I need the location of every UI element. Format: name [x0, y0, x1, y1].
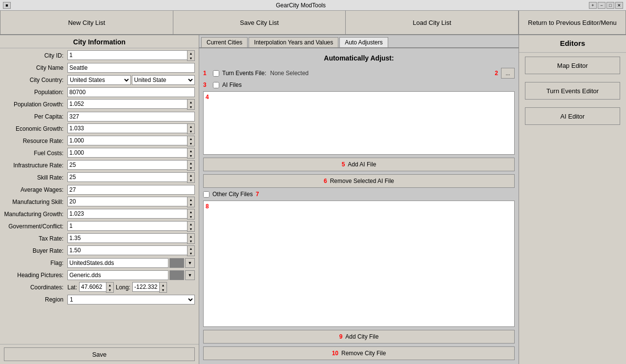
government-input[interactable] [67, 221, 187, 231]
tax-up[interactable]: ▲ [188, 234, 194, 239]
mfg-growth-down[interactable]: ▼ [188, 214, 194, 219]
skill-rate-up[interactable]: ▲ [188, 173, 194, 178]
city-info-form: City ID: ▲ ▼ City Name City Country: [0, 48, 199, 344]
infrastructure-down[interactable]: ▼ [188, 165, 194, 170]
per-capita-input[interactable] [67, 112, 195, 121]
population-input[interactable] [67, 87, 195, 97]
file-list-number: 4 [206, 94, 209, 101]
mfg-skill-down[interactable]: ▼ [188, 202, 194, 207]
lat-up[interactable]: ▲ [106, 283, 113, 287]
long-down[interactable]: ▼ [160, 287, 167, 292]
long-up[interactable]: ▲ [160, 283, 167, 287]
tab-interpolation[interactable]: Interpolation Years and Values [249, 37, 338, 47]
city-id-input[interactable] [67, 50, 187, 60]
region-select[interactable]: 1 [67, 295, 195, 304]
flag-input[interactable] [67, 258, 168, 268]
other-city-files-checkbox[interactable] [203, 191, 209, 198]
ai-files-checkbox[interactable] [213, 82, 219, 88]
buyer-down[interactable]: ▼ [188, 251, 194, 256]
fuel-costs-up[interactable]: ▲ [188, 148, 194, 153]
ai-editor-button[interactable]: AI Editor [525, 107, 620, 125]
remove-city-file-button[interactable]: 10 Remove City File [203, 346, 515, 360]
infrastructure-spinner: ▲ ▼ [67, 160, 195, 171]
city-id-spinner: ▲ ▼ [67, 50, 195, 61]
remove-ai-label: Remove Selected AI File [330, 178, 394, 184]
infrastructure-input[interactable] [67, 160, 187, 170]
heading-dropdown-btn[interactable]: ▼ [185, 270, 195, 280]
manufacturing-growth-input[interactable] [67, 209, 187, 219]
tax-down[interactable]: ▼ [188, 239, 194, 243]
skill-rate-row: Skill Rate: ▲ ▼ [4, 172, 195, 183]
long-input[interactable] [132, 282, 159, 292]
toolbar: New City List Save City List Load City L… [0, 11, 626, 35]
population-growth-input[interactable] [67, 99, 187, 109]
city-id-spinner-btns: ▲ ▼ [187, 50, 195, 61]
lat-input[interactable] [79, 282, 106, 292]
tab-current-cities[interactable]: Current Cities [201, 37, 248, 47]
turn-events-checkbox[interactable] [213, 70, 219, 77]
state-select[interactable]: United State [132, 75, 195, 85]
average-wages-input[interactable] [67, 185, 195, 195]
minimize-btn[interactable]: + [589, 2, 597, 9]
flag-dropdown-btn[interactable]: ▼ [185, 258, 195, 268]
manufacturing-skill-input[interactable] [67, 197, 187, 206]
return-button[interactable]: Return to Previous Editor/Menu [519, 11, 626, 35]
city-name-input[interactable] [67, 63, 195, 73]
resource-rate-input[interactable] [67, 136, 187, 145]
pop-growth-down[interactable]: ▼ [188, 104, 194, 109]
city-id-up[interactable]: ▲ [188, 51, 194, 56]
lat-down[interactable]: ▼ [106, 287, 113, 292]
remove-ai-file-button[interactable]: 6 Remove Selected AI File [203, 174, 515, 188]
resource-rate-up[interactable]: ▲ [188, 136, 194, 141]
gov-down[interactable]: ▼ [188, 226, 194, 231]
fuel-costs-down[interactable]: ▼ [188, 153, 194, 158]
skill-rate-input[interactable] [67, 172, 187, 182]
manufacturing-growth-btns: ▲ ▼ [187, 209, 195, 220]
turn-events-row: 1 Turn Events File: None Selected 2 ... [203, 68, 515, 79]
eco-growth-up[interactable]: ▲ [188, 124, 194, 129]
skill-rate-down[interactable]: ▼ [188, 178, 194, 182]
pop-growth-up[interactable]: ▲ [188, 100, 194, 104]
system-menu[interactable]: ■ [3, 2, 11, 9]
save-city-list-button[interactable]: Save City List [173, 11, 346, 35]
long-label: Long: [116, 284, 130, 291]
browse-button[interactable]: ... [501, 68, 515, 79]
restore-btn[interactable]: − [598, 2, 605, 9]
fuel-costs-input[interactable] [67, 148, 187, 158]
gov-up[interactable]: ▲ [188, 222, 194, 226]
save-button[interactable]: Save [4, 347, 195, 361]
population-row: Population: [4, 87, 195, 98]
city-id-row: City ID: ▲ ▼ [4, 50, 195, 61]
turn-events-editor-button[interactable]: Turn Events Editor [525, 82, 620, 100]
tax-rate-input[interactable] [67, 233, 187, 243]
economic-growth-input[interactable] [67, 123, 187, 133]
coord-controls: Lat: ▲ ▼ Long: ▲ ▼ [67, 282, 195, 293]
maximize-btn[interactable]: □ [606, 2, 614, 9]
manufacturing-growth-spinner: ▲ ▼ [67, 209, 195, 220]
add-city-file-button[interactable]: 9 Add City File [203, 330, 515, 344]
buyer-rate-input[interactable] [67, 245, 187, 255]
region-row: Region 1 [4, 294, 195, 305]
close-btn[interactable]: ✕ [615, 2, 623, 9]
heading-pictures-input[interactable] [67, 270, 168, 280]
mfg-skill-up[interactable]: ▲ [188, 197, 194, 202]
city-id-down[interactable]: ▼ [188, 56, 194, 61]
fuel-costs-spinner: ▲ ▼ [67, 148, 195, 159]
buyer-up[interactable]: ▲ [188, 246, 194, 251]
load-city-list-button[interactable]: Load City List [346, 11, 519, 35]
government-row: Government/Conflict: ▲ ▼ [4, 221, 195, 232]
title-bar: ■ GearCity ModTools + − □ ✕ [0, 0, 626, 11]
mfg-growth-up[interactable]: ▲ [188, 209, 194, 214]
remove-city-num: 10 [332, 350, 338, 357]
lat-btns: ▲ ▼ [106, 282, 114, 293]
add-ai-file-button[interactable]: 5 Add AI File [203, 158, 515, 171]
map-editor-button[interactable]: Map Editor [525, 57, 620, 74]
infrastructure-up[interactable]: ▲ [188, 161, 194, 165]
tab-auto-adjusters[interactable]: Auto Adjusters [339, 37, 388, 47]
eco-growth-down[interactable]: ▼ [188, 129, 194, 134]
resource-rate-down[interactable]: ▼ [188, 141, 194, 146]
infrastructure-row: Infrastructure Rate: ▲ ▼ [4, 160, 195, 171]
manufacturing-growth-label: Manufacturing Growth: [4, 211, 67, 218]
new-city-list-button[interactable]: New City List [0, 11, 173, 35]
country-select[interactable]: United States [67, 75, 131, 85]
